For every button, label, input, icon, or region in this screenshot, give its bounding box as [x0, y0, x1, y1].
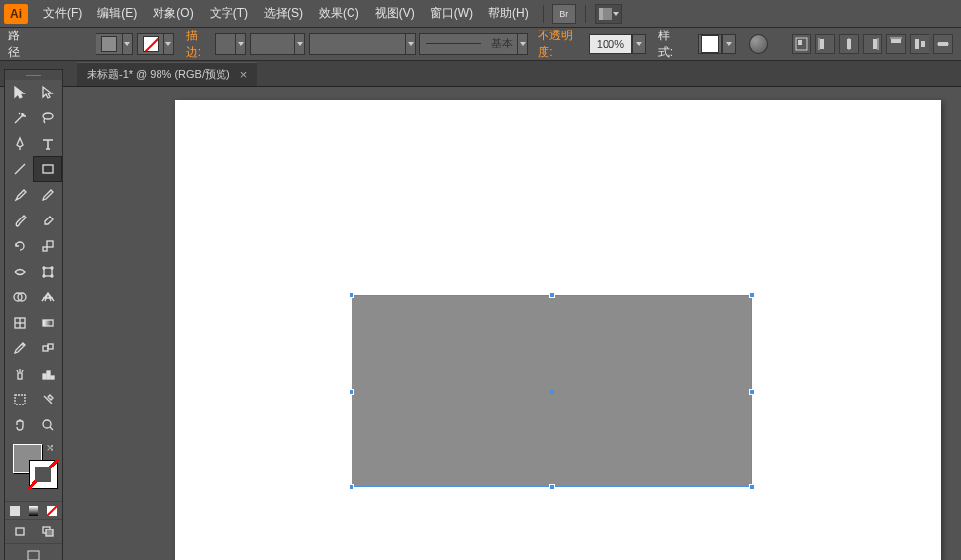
- mesh-tool[interactable]: [5, 310, 33, 336]
- magic-wand-tool[interactable]: [5, 105, 33, 131]
- symbol-sprayer-tool[interactable]: [5, 361, 33, 387]
- resize-handle-tl[interactable]: [349, 292, 354, 298]
- bridge-button[interactable]: Br: [552, 4, 576, 24]
- artboard[interactable]: [175, 100, 941, 560]
- rotate-tool[interactable]: [5, 233, 33, 259]
- document-tab-bar: 未标题-1* @ 98% (RGB/预览) ×: [0, 61, 961, 87]
- svg-rect-35: [47, 371, 50, 379]
- shape-builder-tool[interactable]: [5, 284, 33, 310]
- pen-tool[interactable]: [5, 131, 33, 156]
- svg-point-38: [43, 420, 51, 428]
- stroke-label[interactable]: 描边:: [186, 28, 211, 61]
- blend-tool[interactable]: [33, 336, 62, 361]
- selected-rectangle[interactable]: [352, 295, 752, 487]
- work-area[interactable]: [77, 87, 961, 560]
- stroke-cap-dropdown[interactable]: [250, 33, 305, 55]
- blob-brush-tool[interactable]: [5, 208, 33, 233]
- opacity-label[interactable]: 不透明度:: [538, 28, 585, 61]
- swap-fill-stroke-icon[interactable]: ⤭: [46, 442, 54, 453]
- selection-tool[interactable]: [5, 80, 33, 105]
- svg-rect-30: [43, 320, 53, 326]
- svg-rect-40: [16, 528, 24, 535]
- color-mode-solid[interactable]: [5, 501, 24, 519]
- svg-rect-43: [28, 551, 39, 560]
- menu-effect[interactable]: 效果(C): [311, 5, 367, 22]
- rectangle-tool[interactable]: [33, 156, 62, 182]
- stroke-weight-field[interactable]: [215, 33, 246, 55]
- menu-window[interactable]: 窗口(W): [422, 5, 480, 22]
- align-button-3[interactable]: [839, 34, 859, 54]
- resize-handle-bm[interactable]: [549, 484, 555, 490]
- fill-stroke-indicator[interactable]: ⤭: [5, 438, 62, 501]
- svg-rect-36: [51, 376, 54, 379]
- variable-width-profile[interactable]: [309, 33, 416, 55]
- svg-line-16: [15, 164, 25, 174]
- scale-tool[interactable]: [33, 233, 62, 259]
- fill-swatch[interactable]: [96, 33, 133, 55]
- align-button-5[interactable]: [886, 34, 906, 54]
- recolor-artwork-button[interactable]: [749, 34, 768, 54]
- zoom-tool[interactable]: [33, 412, 62, 438]
- graphic-style-dropdown[interactable]: [698, 34, 736, 54]
- lasso-tool[interactable]: [33, 105, 62, 131]
- resize-handle-bl[interactable]: [349, 484, 354, 490]
- svg-rect-33: [18, 373, 22, 379]
- eraser-tool[interactable]: [33, 208, 62, 233]
- svg-line-39: [50, 427, 53, 430]
- menu-object[interactable]: 对象(O): [145, 5, 201, 22]
- align-button-2[interactable]: [815, 34, 835, 54]
- hand-tool[interactable]: [5, 412, 33, 438]
- menu-bar: Ai 文件(F) 编辑(E) 对象(O) 文字(T) 选择(S) 效果(C) 视…: [0, 0, 961, 28]
- resize-handle-tr[interactable]: [749, 292, 755, 298]
- svg-rect-37: [15, 395, 25, 404]
- style-label[interactable]: 样式:: [658, 28, 682, 61]
- eyedropper-tool[interactable]: [5, 336, 33, 361]
- selection-type-label: 路径: [8, 28, 30, 61]
- perspective-grid-tool[interactable]: [33, 284, 62, 310]
- menu-type[interactable]: 文字(T): [202, 5, 256, 22]
- menu-select[interactable]: 选择(S): [256, 5, 311, 22]
- free-transform-tool[interactable]: [33, 259, 62, 284]
- line-tool[interactable]: [5, 156, 33, 182]
- brush-definition-dropdown[interactable]: 基本: [419, 33, 528, 55]
- stroke-color-box[interactable]: [29, 460, 58, 489]
- draw-behind-button[interactable]: [33, 520, 62, 543]
- align-button-6[interactable]: [910, 34, 929, 54]
- align-button-1[interactable]: [792, 34, 811, 54]
- stroke-swatch[interactable]: [137, 33, 174, 55]
- align-button-7[interactable]: [933, 34, 953, 54]
- resize-handle-tm[interactable]: [549, 292, 555, 298]
- menu-view[interactable]: 视图(V): [367, 5, 422, 22]
- align-button-4[interactable]: [863, 34, 882, 54]
- resize-handle-br[interactable]: [749, 484, 755, 490]
- svg-rect-1: [798, 40, 802, 45]
- arrange-documents-button[interactable]: [595, 4, 622, 24]
- draw-mode-button[interactable]: [5, 520, 33, 543]
- gradient-tool[interactable]: [33, 310, 62, 336]
- width-tool[interactable]: [5, 259, 33, 284]
- slice-tool[interactable]: [33, 387, 62, 412]
- document-tab[interactable]: 未标题-1* @ 98% (RGB/预览) ×: [77, 62, 257, 86]
- direct-selection-tool[interactable]: [33, 80, 62, 105]
- svg-point-22: [51, 267, 53, 269]
- paintbrush-tool[interactable]: [5, 182, 33, 208]
- menu-help[interactable]: 帮助(H): [480, 5, 537, 22]
- menu-edit[interactable]: 编辑(E): [90, 5, 145, 22]
- color-mode-none[interactable]: [43, 501, 62, 519]
- panel-grip[interactable]: [5, 70, 62, 80]
- column-graph-tool[interactable]: [33, 361, 62, 387]
- type-tool[interactable]: [33, 131, 62, 156]
- svg-point-14: [22, 114, 24, 116]
- screen-mode-button[interactable]: [5, 543, 62, 560]
- artboard-tool[interactable]: [5, 387, 33, 412]
- close-tab-icon[interactable]: ×: [240, 67, 248, 82]
- menu-file[interactable]: 文件(F): [35, 5, 90, 22]
- app-icon: Ai: [4, 4, 28, 24]
- opacity-field[interactable]: 100%: [589, 34, 646, 54]
- color-mode-gradient[interactable]: [24, 501, 42, 519]
- svg-rect-10: [915, 39, 919, 49]
- svg-point-24: [51, 275, 53, 277]
- resize-handle-ml[interactable]: [349, 389, 354, 395]
- resize-handle-mr[interactable]: [749, 389, 755, 395]
- pencil-tool[interactable]: [33, 182, 62, 208]
